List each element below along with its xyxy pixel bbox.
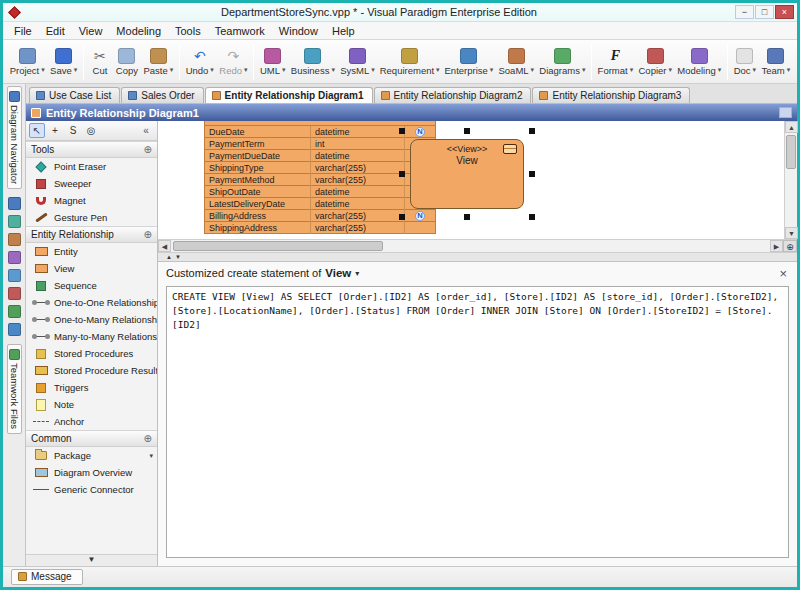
horizontal-scroll-thumb[interactable]	[173, 241, 383, 251]
copier-button[interactable]: Copier▾	[636, 46, 675, 78]
scroll-down-button[interactable]: ▼	[785, 227, 798, 239]
palette-item-diagram-overview[interactable]: Diagram Overview	[26, 464, 157, 481]
pointer-tool[interactable]: ↖	[29, 123, 45, 138]
diagram-canvas[interactable]: DueDatedatetimeNPaymentTermintNPaymentDu…	[158, 121, 784, 239]
logical-view-icon[interactable]	[8, 233, 21, 246]
selection-handle[interactable]	[464, 128, 470, 134]
selection-handle[interactable]	[529, 171, 535, 177]
diagrams-button[interactable]: Diagrams▾	[537, 46, 588, 78]
dropdown-arrow-icon[interactable]: ▾	[787, 66, 791, 74]
entity-column-row[interactable]: PaymentTermintN	[205, 137, 435, 150]
palette-item-note[interactable]: Note	[26, 396, 157, 413]
side-tab-teamwork-files[interactable]: Teamwork Files	[7, 344, 22, 434]
business-button[interactable]: Business▾	[288, 46, 337, 78]
selection-handle[interactable]	[464, 214, 470, 220]
menu-file[interactable]: File	[7, 23, 39, 39]
entity-column-row[interactable]: ShipOutDatedatetimeN	[205, 185, 435, 198]
minimize-button[interactable]: −	[735, 5, 754, 19]
menu-view[interactable]: View	[72, 23, 110, 39]
cut-button[interactable]: ✂Cut	[87, 46, 113, 78]
selection-handle[interactable]	[399, 214, 405, 220]
close-button[interactable]: ×	[775, 5, 794, 19]
view-element[interactable]: <<View>> View	[410, 139, 524, 209]
item-caret-icon[interactable]: ▾	[149, 452, 157, 460]
entity-column-row[interactable]: LatestDeliveryDatedatetimeN	[205, 197, 435, 210]
palette-item-magnet[interactable]: Magnet	[26, 192, 157, 209]
menu-window[interactable]: Window	[272, 23, 325, 39]
header-options-button[interactable]	[779, 107, 792, 118]
expand-panel-button[interactable]: ▲	[166, 253, 172, 261]
selection-handle[interactable]	[399, 128, 405, 134]
zoom-tool[interactable]: ◎	[83, 123, 99, 138]
dropdown-arrow-icon[interactable]: ▾	[630, 66, 634, 74]
palette-item-triggers[interactable]: Triggers	[26, 379, 157, 396]
tab-entity-relationship-diagram3[interactable]: Entity Relationship Diagram3	[532, 87, 690, 103]
dropdown-arrow-icon[interactable]: ▾	[531, 66, 535, 74]
team-button[interactable]: Team▾	[759, 46, 793, 78]
palette-item-many-to-many-relationship[interactable]: Many-to-Many Relationship	[26, 328, 157, 345]
palette-scroll-down-button[interactable]: ▼	[26, 554, 157, 566]
hand-tool[interactable]: +	[47, 123, 63, 138]
documentation-pane-icon[interactable]	[8, 323, 21, 336]
sysml-button[interactable]: SysML▾	[337, 46, 377, 78]
close-panel-button[interactable]: ×	[777, 266, 789, 281]
menu-edit[interactable]: Edit	[39, 23, 72, 39]
enterprise-button[interactable]: Enterprise▾	[442, 46, 496, 78]
selection-handle[interactable]	[529, 214, 535, 220]
palette-item-view[interactable]: View	[26, 260, 157, 277]
dropdown-arrow-icon[interactable]: ▾	[282, 66, 286, 74]
dropdown-arrow-icon[interactable]: ▾	[244, 66, 248, 74]
dropdown-arrow-icon[interactable]: ▾	[436, 66, 440, 74]
palette-item-sweeper[interactable]: Sweeper	[26, 175, 157, 192]
palette-item-stored-procedures[interactable]: Stored Procedures	[26, 345, 157, 362]
erd-pane-icon[interactable]	[8, 287, 21, 300]
palette-item-anchor[interactable]: Anchor	[26, 413, 157, 430]
dropdown-arrow-icon[interactable]: ▾	[490, 66, 494, 74]
undo-button[interactable]: ↶Undo▾	[183, 46, 217, 78]
dropdown-caret-icon[interactable]: ▾	[355, 269, 359, 278]
dropdown-arrow-icon[interactable]: ▾	[170, 66, 174, 74]
dropdown-arrow-icon[interactable]: ▾	[331, 66, 335, 74]
doc-button[interactable]: Doc▾	[731, 46, 759, 78]
palette-item-package[interactable]: Package▾	[26, 447, 157, 464]
sweeper-shortcut-tool[interactable]: S	[65, 123, 81, 138]
entity-column-row[interactable]: ShippingAddressvarchar(255)	[205, 221, 435, 234]
menu-modeling[interactable]: Modeling	[109, 23, 168, 39]
tab-use-case-list[interactable]: Use Case List	[29, 87, 120, 103]
palette-item-sequence[interactable]: Sequence	[26, 277, 157, 294]
vertical-scrollbar[interactable]: ▲ ▼	[784, 121, 797, 239]
class-repository-icon[interactable]	[8, 215, 21, 228]
pin-icon[interactable]: ⊕	[144, 144, 152, 155]
scroll-right-button[interactable]: ▶	[770, 240, 783, 252]
orm-diagram-icon[interactable]	[8, 251, 21, 264]
menu-teamwork[interactable]: Teamwork	[208, 23, 272, 39]
model-explorer-icon[interactable]	[8, 197, 21, 210]
uml-button[interactable]: UML▾	[257, 46, 288, 78]
palette-item-entity[interactable]: Entity	[26, 243, 157, 260]
palette-item-one-to-many-relationship[interactable]: One-to-Many Relationship	[26, 311, 157, 328]
dropdown-arrow-icon[interactable]: ▾	[582, 66, 586, 74]
pin-icon[interactable]: ⊕	[144, 229, 152, 240]
redo-button[interactable]: ↷Redo▾	[217, 46, 251, 78]
panel-splitter[interactable]: ▲ ▼	[158, 252, 797, 262]
dropdown-arrow-icon[interactable]: ▾	[41, 66, 45, 74]
tab-entity-relationship-diagram1[interactable]: Entity Relationship Diagram1	[205, 87, 373, 103]
modeling-button[interactable]: Modeling▾	[675, 46, 724, 78]
palette-section-common[interactable]: Common⊕	[26, 430, 157, 447]
vertical-scroll-track[interactable]	[785, 133, 797, 227]
palette-item-one-to-one-relationship[interactable]: One-to-One Relationship	[26, 294, 157, 311]
message-tab[interactable]: Message	[11, 569, 83, 585]
palette-item-gesture-pen[interactable]: Gesture Pen	[26, 209, 157, 226]
scroll-left-button[interactable]: ◀	[158, 240, 171, 252]
user-interface-icon[interactable]	[8, 269, 21, 282]
dropdown-arrow-icon[interactable]: ▾	[669, 66, 673, 74]
horizontal-scrollbar[interactable]: ◀ ▶ ⊕	[158, 239, 797, 252]
palette-section-entity-relationship[interactable]: Entity Relationship⊕	[26, 226, 157, 243]
pan-button[interactable]: ⊕	[783, 240, 797, 252]
dropdown-arrow-icon[interactable]: ▾	[753, 66, 757, 74]
copy-button[interactable]: Copy	[113, 46, 141, 78]
pin-icon[interactable]: ⊕	[144, 433, 152, 444]
entity-column-row[interactable]: PaymentDueDatedatetimeN	[205, 149, 435, 162]
tab-sales-order[interactable]: Sales Order	[121, 87, 203, 103]
selection-handle[interactable]	[529, 128, 535, 134]
